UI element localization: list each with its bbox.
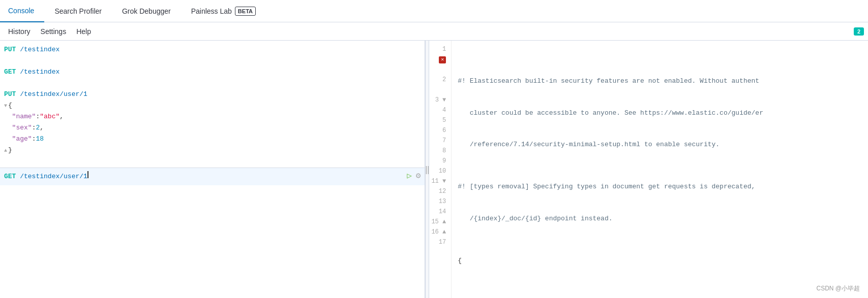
notification-badge: 2: [854, 27, 864, 36]
toolbar: History Settings Help 2: [0, 22, 868, 41]
ln-4: 4: [431, 106, 449, 116]
ln-12: 12: [431, 187, 449, 197]
editor-line-7: "age":18: [0, 134, 425, 145]
ln-blank-2: [431, 85, 449, 95]
ln-1: 1: [431, 45, 449, 55]
ln-9: 9: [431, 156, 449, 167]
tab-painless-lab-label: Painless Lab: [191, 7, 232, 15]
tab-console-label: Console: [8, 7, 34, 15]
editor-line-blank-3: [0, 156, 425, 168]
output-line-2b: /{index}/_doc/{id} endpoint instead.: [458, 214, 862, 224]
settings-button[interactable]: Settings: [37, 25, 71, 38]
tab-console[interactable]: Console: [0, 0, 44, 22]
ln-11: 11 ▼: [431, 177, 449, 187]
ln-14: 14: [431, 207, 449, 217]
ln-error: ✕: [431, 55, 449, 65]
ln-6: 6: [431, 126, 449, 136]
editor-line-4: ▼{: [0, 101, 425, 112]
beta-badge: BETA: [235, 7, 256, 16]
editor-panel[interactable]: PUT /testindex GET /testindex PUT /testi…: [0, 41, 425, 298]
editor-line-blank-1: [0, 56, 425, 67]
panel-divider[interactable]: ‖: [425, 41, 429, 298]
main-content: PUT /testindex GET /testindex PUT /testi…: [0, 41, 868, 298]
editor-line-2: GET /testindex: [0, 67, 425, 78]
watermark: CSDN @小毕超: [816, 284, 860, 293]
ln-7: 7: [431, 136, 449, 146]
line-numbers: 1 ✕ 2 3 ▼ 4 5 6 7 8 9 10 11 ▼ 12 13 14 1: [429, 41, 452, 298]
tab-grok-debugger[interactable]: Grok Debugger: [112, 0, 181, 22]
ln-17: 17: [431, 238, 449, 248]
tab-painless-lab[interactable]: Painless Lab BETA: [181, 0, 266, 22]
ln-5: 5: [431, 116, 449, 126]
top-navigation: Console Search Profiler Grok Debugger Pa…: [0, 0, 868, 22]
ln-16: 16 ▲: [431, 227, 449, 238]
ln-2: 2: [431, 75, 449, 85]
ln-15: 15 ▲: [431, 217, 449, 227]
code-editor[interactable]: PUT /testindex GET /testindex PUT /testi…: [0, 41, 425, 189]
tab-search-profiler[interactable]: Search Profiler: [44, 0, 112, 22]
history-button[interactable]: History: [4, 25, 35, 38]
ln-blank-1: [431, 65, 449, 75]
editor-line-6: "sex":2,: [0, 123, 425, 134]
action-icons: ▷ ⚙: [407, 170, 421, 183]
output-line-3: {: [458, 256, 862, 267]
run-icon[interactable]: ▷: [407, 170, 412, 183]
error-icon: ✕: [439, 56, 446, 63]
editor-line-8: ▲}: [0, 145, 425, 156]
wrench-icon[interactable]: ⚙: [416, 170, 421, 183]
ln-10: 10: [431, 167, 449, 177]
tab-search-profiler-label: Search Profiler: [54, 7, 102, 15]
output-panel: 1 ✕ 2 3 ▼ 4 5 6 7 8 9 10 11 ▼ 12 13 14 1: [429, 41, 868, 298]
help-button[interactable]: Help: [72, 25, 95, 38]
ln-3: 3 ▼: [431, 95, 449, 106]
input-text: GET /testindex/user/1: [4, 171, 403, 182]
output-line-1: #! Elasticsearch built-in security featu…: [458, 76, 862, 87]
editor-line-1: PUT /testindex: [0, 45, 425, 56]
editor-line-3: PUT /testindex/user/1: [0, 89, 425, 101]
output-line-2: #! [types removal] Specifying types in d…: [458, 182, 862, 192]
editor-line-5: "name":"abc",: [0, 112, 425, 123]
output-content: #! Elasticsearch built-in security featu…: [452, 41, 868, 298]
tab-grok-debugger-label: Grok Debugger: [122, 7, 171, 15]
output-area: 1 ✕ 2 3 ▼ 4 5 6 7 8 9 10 11 ▼ 12 13 14 1: [429, 41, 868, 298]
active-input-line[interactable]: GET /testindex/user/1 ▷ ⚙: [0, 168, 425, 185]
ln-13: 13: [431, 197, 449, 207]
ln-8: 8: [431, 146, 449, 156]
output-line-1c: /reference/7.14/security-minimal-setup.h…: [458, 140, 862, 150]
output-line-1b: cluster could be accessible to anyone. S…: [458, 108, 862, 119]
editor-line-blank-2: [0, 78, 425, 89]
